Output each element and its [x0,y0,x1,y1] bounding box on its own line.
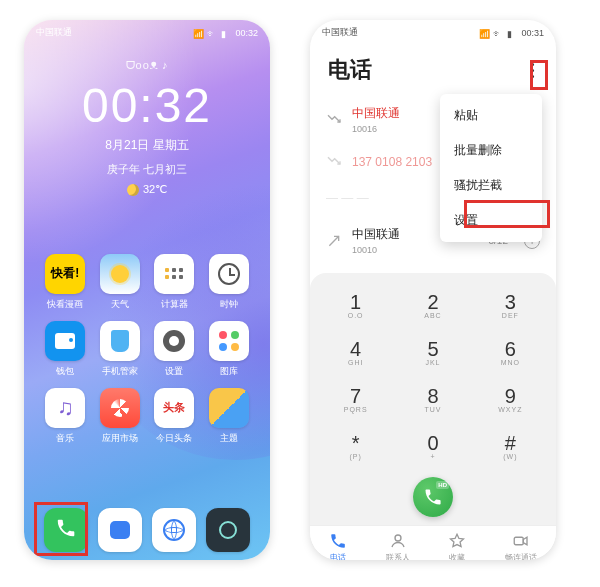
widget-lunar-date: 庚子年 七月初三 [24,162,270,177]
huawei-icon [100,388,140,428]
phone-app-icon[interactable] [44,508,88,552]
menu-settings[interactable]: 设置 [440,203,542,238]
widget-time: 00:32 [24,78,270,133]
gear-icon [154,321,194,361]
app-label: 应用市场 [102,432,138,445]
key-7[interactable]: 7PQRS [320,377,391,422]
shield-icon [100,321,140,361]
outgoing-call-icon [326,233,342,249]
wifi-icon: ᯤ [207,29,217,37]
clock-widget[interactable]: ᗜooᴥ ♪ 00:32 8月21日 星期五 庚子年 七月初三 32℃ [24,59,270,198]
signal-icon: 📶 [193,29,203,37]
globe-icon [163,519,185,541]
key-9[interactable]: 9WXYZ [475,377,546,422]
app-kuaikan[interactable]: 快看! 快看漫画 [38,254,93,311]
gallery-icon [209,321,249,361]
app-gallery[interactable]: 图库 [202,321,257,378]
status-time: 00:31 [521,28,544,38]
browser-app-icon[interactable] [152,508,196,552]
status-bar: 中国联通 📶 ᯤ ▮ 00:31 [310,20,556,41]
key-hash[interactable]: #(W) [475,424,546,469]
app-label: 天气 [111,298,129,311]
app-label: 音乐 [56,432,74,445]
key-star[interactable]: *(P) [320,424,391,469]
key-5[interactable]: 5JKL [397,330,468,375]
call-button[interactable]: HD [413,477,453,517]
tab-phone[interactable]: 电话 [329,532,347,560]
svg-rect-1 [514,537,523,545]
clock-icon [209,254,249,294]
handset-icon [55,517,77,544]
app-label: 主题 [220,432,238,445]
tab-label: 收藏 [449,552,465,560]
app-settings[interactable]: 设置 [147,321,202,378]
widget-weather: 32℃ [127,183,167,196]
tab-contacts[interactable]: 联系人 [386,532,410,560]
svg-point-0 [395,535,401,541]
signal-icon: 📶 [479,29,489,37]
dock [24,508,270,552]
app-guard[interactable]: 手机管家 [93,321,148,378]
app-label: 今日头条 [156,432,192,445]
toutiao-icon: 头条 [154,388,194,428]
app-label: 时钟 [220,298,238,311]
app-weather[interactable]: 天气 [93,254,148,311]
status-bar: 中国联通 📶 ᯤ ▮ 00:32 [24,20,270,41]
wifi-icon: ᯤ [493,29,503,37]
camera-app-icon[interactable] [206,508,250,552]
app-themes[interactable]: 主题 [202,388,257,445]
widget-date: 8月21日 星期五 [24,137,270,154]
key-8[interactable]: 8TUV [397,377,468,422]
tab-label: 电话 [330,552,346,560]
caller-number: 10010 [352,245,479,255]
camera-icon [219,521,237,539]
tab-label: 畅连通话 [505,552,537,560]
missed-call-icon [326,112,342,128]
app-appmarket[interactable]: 应用市场 [93,388,148,445]
calculator-icon [154,254,194,294]
widget-cloud-icon: ᗜooᴥ ♪ [24,59,270,72]
kuaikan-icon: 快看! [45,254,85,294]
wallet-icon [45,321,85,361]
key-4[interactable]: 4GHI [320,330,391,375]
carrier-label: 中国联通 [322,26,358,39]
app-toutiao[interactable]: 头条 今日头条 [147,388,202,445]
chat-icon [110,521,130,539]
app-clock[interactable]: 时钟 [202,254,257,311]
key-1[interactable]: 1O.O [320,283,391,328]
music-icon: ♫ [45,388,85,428]
battery-icon: ▮ [507,29,517,37]
dialpad: 1O.O 2ABC 3DEF 4GHI 5JKL 6MNO 7PQRS 8TUV… [310,273,556,473]
moon-icon [127,184,139,196]
tab-favorites[interactable]: 收藏 [448,532,466,560]
tab-videocall[interactable]: 畅连通话 [505,532,537,560]
key-0[interactable]: 0+ [397,424,468,469]
theme-icon [209,388,249,428]
app-label: 图库 [220,365,238,378]
app-music[interactable]: ♫ 音乐 [38,388,93,445]
widget-temp: 32℃ [143,183,167,196]
weather-icon [100,254,140,294]
menu-paste[interactable]: 粘贴 [440,98,542,133]
dialer-header: 电话 [310,41,556,95]
menu-batch-delete[interactable]: 批量删除 [440,133,542,168]
status-time: 00:32 [235,28,258,38]
app-label: 设置 [165,365,183,378]
more-menu-button[interactable] [527,59,538,82]
app-label: 计算器 [161,298,188,311]
app-calculator[interactable]: 计算器 [147,254,202,311]
dialpad-panel: 1O.O 2ABC 3DEF 4GHI 5JKL 6MNO 7PQRS 8TUV… [310,273,556,525]
dial-actions: HD [310,473,556,525]
phone-dialer-screen: 中国联通 📶 ᯤ ▮ 00:31 电话 粘贴 批量删除 骚扰拦截 设置 [310,20,556,560]
app-label: 手机管家 [102,365,138,378]
app-wallet[interactable]: 钱包 [38,321,93,378]
key-3[interactable]: 3DEF [475,283,546,328]
key-2[interactable]: 2ABC [397,283,468,328]
key-6[interactable]: 6MNO [475,330,546,375]
messages-app-icon[interactable] [98,508,142,552]
menu-block-spam[interactable]: 骚扰拦截 [440,168,542,203]
page-title: 电话 [328,55,372,85]
overflow-menu: 粘贴 批量删除 骚扰拦截 设置 [440,94,542,242]
app-label: 钱包 [56,365,74,378]
carrier-label: 中国联通 [36,26,72,39]
